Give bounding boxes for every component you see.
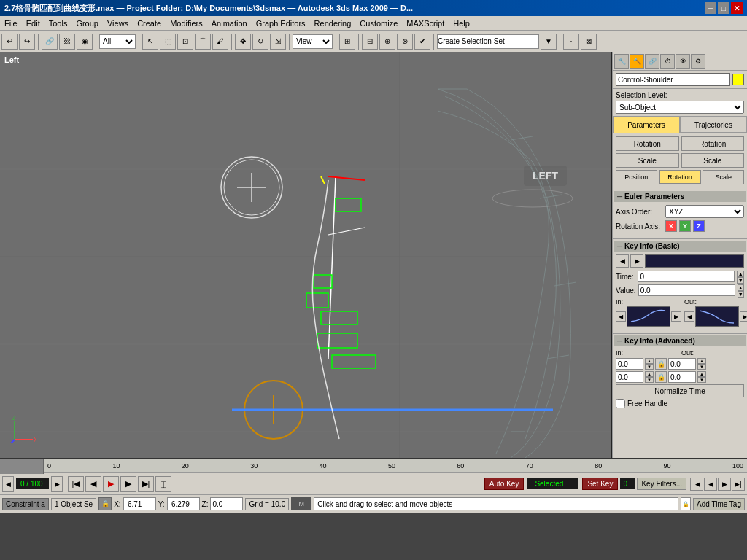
tab-trajectories[interactable]: Trajectories (680, 117, 747, 133)
select-link-btn[interactable]: 🔗 (42, 34, 58, 50)
rp-modify-icon[interactable]: 🔨 (630, 54, 644, 69)
adv-out-1-spinner[interactable]: ▲ ▼ (697, 358, 706, 370)
prev-frame-btn[interactable]: ◀ (85, 476, 101, 492)
value-down[interactable]: ▼ (738, 291, 744, 298)
key-mode-btn[interactable]: ⌶ (155, 476, 171, 492)
view-select[interactable]: View (293, 34, 333, 49)
titlebar-controls[interactable]: ─ □ ✕ (705, 2, 743, 14)
set-key-btn[interactable]: Set Key (582, 478, 618, 490)
adv-in-1-input[interactable] (616, 358, 643, 370)
go-start-btn[interactable]: |◀ (68, 476, 84, 492)
menu-help[interactable]: Help (449, 16, 474, 30)
rotation-btn-1[interactable]: Rotation (616, 136, 679, 151)
menu-modifiers[interactable]: Modifiers (166, 16, 207, 30)
in-prev[interactable]: ◀ (616, 311, 626, 322)
angle-snap-btn[interactable]: ⊗ (397, 34, 413, 50)
selection-level-select[interactable]: Sub-Object (616, 101, 744, 114)
adv-out-1-up[interactable]: ▲ (697, 358, 706, 364)
adv-out-2-input[interactable] (668, 371, 696, 383)
rp-hierarchy-icon[interactable]: 🔗 (645, 54, 659, 69)
close-btn[interactable]: ✕ (731, 2, 743, 14)
lasso-btn[interactable]: ⌒ (195, 34, 211, 50)
next-frame-btn[interactable]: ▶ (120, 476, 136, 492)
out-prev[interactable]: ◀ (684, 311, 694, 322)
pb-extra-2[interactable]: ◀ (704, 478, 717, 491)
snap-btn[interactable]: ⊕ (379, 34, 395, 50)
menu-file[interactable]: File (0, 16, 22, 30)
scale-btn[interactable]: ⇲ (270, 34, 286, 50)
time-up[interactable]: ▲ (737, 271, 744, 277)
value-spinner[interactable]: ▲ ▼ (738, 284, 744, 296)
axis-x-btn[interactable]: X (665, 220, 677, 232)
adv-in-2-spinner[interactable]: ▲ ▼ (645, 371, 654, 383)
minimize-btn[interactable]: ─ (705, 2, 716, 14)
menu-graph-editors[interactable]: Graph Editors (252, 16, 310, 30)
pb-extra-3[interactable]: ▶ (718, 478, 731, 491)
paint-sel-btn[interactable]: 🖌 (212, 34, 228, 50)
menu-tools[interactable]: Tools (44, 16, 72, 30)
axis-y-btn[interactable]: Y (679, 220, 691, 232)
rotate-btn[interactable]: ↻ (252, 34, 268, 50)
named-sel-btn[interactable]: ▼ (541, 34, 557, 50)
adv-in-1-dn[interactable]: ▼ (645, 364, 654, 370)
menu-create[interactable]: Create (133, 16, 166, 30)
time-spinner[interactable]: ▲ ▼ (737, 271, 744, 282)
window-crossing-btn[interactable]: ⊡ (177, 34, 193, 50)
adv-chain-1[interactable]: 🔒 (655, 358, 667, 370)
prev-key-btn[interactable]: ◀ (616, 254, 629, 268)
percent-snap-btn[interactable]: ✔ (414, 34, 430, 50)
axis-order-select[interactable]: XYZ (665, 205, 744, 218)
out-next[interactable]: ▶ (740, 311, 747, 322)
adv-in-1-spinner[interactable]: ▲ ▼ (645, 358, 654, 370)
schematic-btn[interactable]: ⊠ (581, 34, 597, 50)
align-btn[interactable]: ⊟ (362, 34, 378, 50)
menu-maxscript[interactable]: MAXScript (402, 16, 449, 30)
normalize-time-btn[interactable]: Normalize Time (616, 384, 744, 397)
curve-editor-btn[interactable]: ⋱ (563, 34, 579, 50)
menu-rendering[interactable]: Rendering (310, 16, 356, 30)
value-up[interactable]: ▲ (738, 284, 744, 291)
object-name-field[interactable] (616, 73, 730, 86)
y-coord-input[interactable] (167, 497, 200, 510)
create-selection-set-input[interactable] (437, 34, 539, 49)
select-move-btn[interactable]: ✥ (235, 34, 251, 50)
key-filters-btn[interactable]: Key Filters... (637, 478, 686, 490)
adv-out-2-up[interactable]: ▲ (697, 371, 706, 377)
menu-group[interactable]: Group (71, 16, 103, 30)
next-key-btn[interactable]: ▶ (630, 254, 643, 268)
viewport[interactable]: Left LEFT (0, 52, 612, 458)
key-info-basic-header[interactable]: ─ Key Info (Basic) (614, 241, 746, 252)
rotation-btn-main[interactable]: Rotation (659, 170, 702, 184)
select-region-btn[interactable]: ⬚ (160, 34, 176, 50)
in-next[interactable]: ▶ (671, 311, 681, 322)
menu-views[interactable]: Views (103, 16, 133, 30)
time-down[interactable]: ▼ (737, 277, 744, 284)
redo-btn[interactable]: ↪ (19, 34, 35, 50)
time-input[interactable] (638, 271, 735, 282)
select-btn[interactable]: ↖ (142, 34, 158, 50)
adv-out-1-dn[interactable]: ▼ (697, 364, 706, 370)
free-handle-checkbox[interactable] (616, 399, 625, 408)
go-end-btn[interactable]: ▶| (138, 476, 154, 492)
pb-extra-4[interactable]: ▶| (732, 478, 745, 491)
scale-btn-1[interactable]: Scale (616, 153, 679, 168)
rp-display-icon[interactable]: 👁 (676, 54, 690, 69)
euler-header[interactable]: ─ Euler Parameters (614, 191, 746, 202)
pb-extra-1[interactable]: |◀ (690, 478, 703, 491)
scale-btn-main[interactable]: Scale (703, 170, 744, 184)
timeline-left-arrow[interactable]: ◀ (2, 476, 14, 492)
menu-animation[interactable]: Animation (207, 16, 252, 30)
axis-z-btn[interactable]: Z (693, 220, 705, 232)
adv-in-1-up[interactable]: ▲ (645, 358, 654, 364)
adv-chain-2[interactable]: 🔒 (655, 371, 667, 383)
adv-in-2-up[interactable]: ▲ (645, 371, 654, 377)
adv-out-1-input[interactable] (668, 358, 696, 370)
adv-out-2-dn[interactable]: ▼ (697, 377, 706, 383)
value-input[interactable] (638, 284, 735, 296)
scale-btn-2[interactable]: Scale (681, 153, 745, 168)
undo-btn[interactable]: ↩ (1, 34, 18, 50)
mirror-btn[interactable]: ⊞ (339, 34, 355, 50)
play-btn[interactable]: ▶ (103, 476, 119, 492)
adv-in-2-input[interactable] (616, 371, 643, 383)
rp-motion-icon[interactable]: ⏱ (660, 54, 675, 69)
